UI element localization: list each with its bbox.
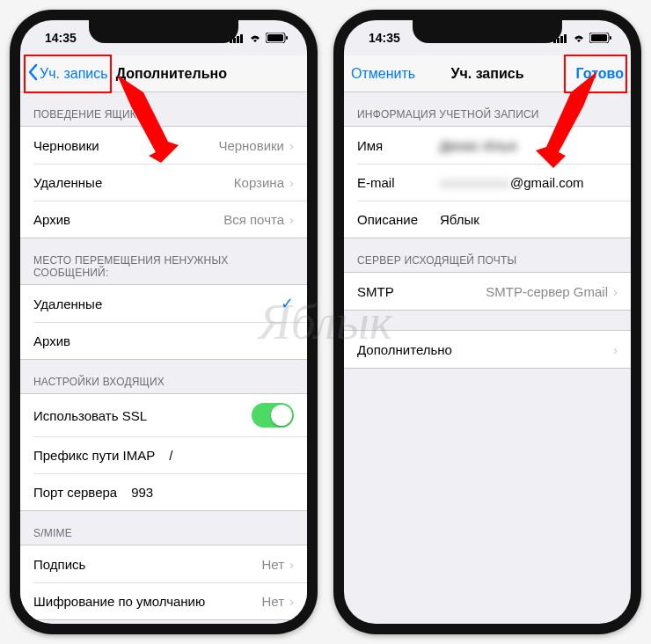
settings-content: ПОВЕДЕНИЕ ЯЩИК Черновики Черновики› Удал… <box>20 92 307 624</box>
svg-rect-13 <box>591 34 607 41</box>
status-time: 14:35 <box>369 31 400 45</box>
archive-label: Архив <box>33 212 70 227</box>
notch <box>89 20 238 43</box>
nav-bar: Отменить Уч. запись Готово <box>344 55 631 92</box>
name-value: Денис Илья <box>440 138 618 153</box>
encrypt-value: Нет <box>261 594 284 609</box>
chevron-right-icon: › <box>289 594 294 609</box>
svg-rect-6 <box>286 36 288 40</box>
row-name[interactable]: Имя Денис Илья <box>344 127 631 164</box>
advanced-label: Дополнительно <box>357 342 452 357</box>
nav-title: Дополнительно <box>116 66 227 82</box>
row-sign[interactable]: Подпись Нет› <box>20 545 307 582</box>
section-header-account-info: ИНФОРМАЦИЯ УЧЕТНОЙ ЗАПИСИ <box>344 92 631 126</box>
chevron-right-icon: › <box>289 175 294 190</box>
cancel-label: Отменить <box>351 66 415 82</box>
section-header-smime: S/MIME <box>20 511 307 545</box>
wifi-icon <box>248 33 262 43</box>
deleted-label: Удаленные <box>33 175 102 190</box>
svg-rect-10 <box>560 36 563 43</box>
status-time: 14:35 <box>45 31 77 45</box>
row-archive[interactable]: Архив Вся почта› <box>20 201 307 238</box>
done-label: Готово <box>576 66 624 82</box>
chevron-right-icon: › <box>613 342 618 357</box>
svg-rect-14 <box>610 36 611 40</box>
row-description[interactable]: Описание Яблык <box>344 201 631 238</box>
row-ssl[interactable]: Использовать SSL <box>20 394 307 436</box>
section-header-incoming: НАСТРОЙКИ ВХОДЯЩИХ <box>20 360 307 393</box>
row-advanced[interactable]: Дополнительно › <box>344 331 631 368</box>
smtp-value: SMTP-сервер Gmail <box>486 284 608 299</box>
svg-rect-5 <box>267 34 283 41</box>
row-drafts[interactable]: Черновики Черновики› <box>20 127 307 164</box>
desc-value: Яблык <box>440 212 618 227</box>
port-label: Порт сервера <box>33 485 117 500</box>
row-deleted[interactable]: Удаленные Корзина› <box>20 164 307 201</box>
row-smtp[interactable]: SMTP SMTP-сервер Gmail› <box>344 273 631 310</box>
svg-rect-2 <box>237 36 239 43</box>
sign-label: Подпись <box>33 557 85 572</box>
done-button[interactable]: Готово <box>553 66 624 82</box>
section-header-move: МЕСТО ПЕРЕМЕЩЕНИЯ НЕНУЖНЫХ СООБЩЕНИЙ: <box>20 238 307 284</box>
row-email[interactable]: E-mail xxxxxxxxxx@gmail.com <box>344 164 631 201</box>
sign-value: Нет <box>261 557 284 572</box>
email-hidden: xxxxxxxxxx <box>440 175 510 190</box>
desc-label: Описание <box>357 212 428 227</box>
svg-rect-3 <box>240 34 243 43</box>
ssl-toggle[interactable] <box>252 403 294 428</box>
phone-right: 14:35 Отменить Уч. запись Готово ИНФОРМА… <box>333 10 641 634</box>
ssl-label: Использовать SSL <box>33 408 147 423</box>
cancel-button[interactable]: Отменить <box>351 66 421 82</box>
move-deleted-label: Удаленные <box>33 296 102 311</box>
section-header-mailbox: ПОВЕДЕНИЕ ЯЩИК <box>20 92 307 126</box>
row-encrypt[interactable]: Шифрование по умолчанию Нет› <box>20 582 307 619</box>
row-move-archive[interactable]: Архив <box>20 322 307 359</box>
port-value: 993 <box>131 485 153 500</box>
chevron-right-icon: › <box>289 212 294 227</box>
svg-rect-11 <box>564 34 567 43</box>
section-header-outgoing: СЕРВЕР ИСХОДЯЩЕЙ ПОЧТЫ <box>344 238 631 272</box>
back-button[interactable]: Уч. запись <box>27 63 108 84</box>
chevron-right-icon: › <box>289 138 294 153</box>
drafts-value: Черновики <box>218 138 284 153</box>
row-port[interactable]: Порт сервера993 <box>20 473 307 510</box>
smtp-label: SMTP <box>357 284 394 299</box>
settings-content: ИНФОРМАЦИЯ УЧЕТНОЙ ЗАПИСИ Имя Денис Илья… <box>344 92 631 624</box>
encrypt-label: Шифрование по умолчанию <box>33 594 205 609</box>
nav-title: Уч. запись <box>450 66 523 82</box>
imap-prefix-value: / <box>169 448 172 463</box>
row-move-deleted[interactable]: Удаленные ✓ <box>20 285 307 322</box>
email-domain: @gmail.com <box>510 175 584 190</box>
row-imap-prefix[interactable]: Префикс пути IMAP/ <box>20 436 307 473</box>
back-label: Уч. запись <box>40 66 108 82</box>
notch <box>413 20 562 43</box>
wifi-icon <box>572 33 586 43</box>
archive-value: Вся почта <box>223 212 284 227</box>
move-archive-label: Архив <box>33 333 70 348</box>
battery-icon <box>266 33 288 43</box>
deleted-value: Корзина <box>234 175 284 190</box>
phone-left: 14:35 Уч. запись Дополнительно ПОВЕДЕНИЕ… <box>10 10 318 634</box>
email-label: E-mail <box>357 175 428 190</box>
chevron-left-icon <box>27 63 38 84</box>
chevron-right-icon: › <box>613 284 618 299</box>
drafts-label: Черновики <box>33 138 99 153</box>
nav-bar: Уч. запись Дополнительно <box>20 55 307 92</box>
name-label: Имя <box>357 138 428 153</box>
check-icon: ✓ <box>281 294 294 313</box>
battery-icon <box>589 33 611 43</box>
imap-prefix-label: Префикс пути IMAP <box>33 448 155 463</box>
chevron-right-icon: › <box>289 557 294 572</box>
